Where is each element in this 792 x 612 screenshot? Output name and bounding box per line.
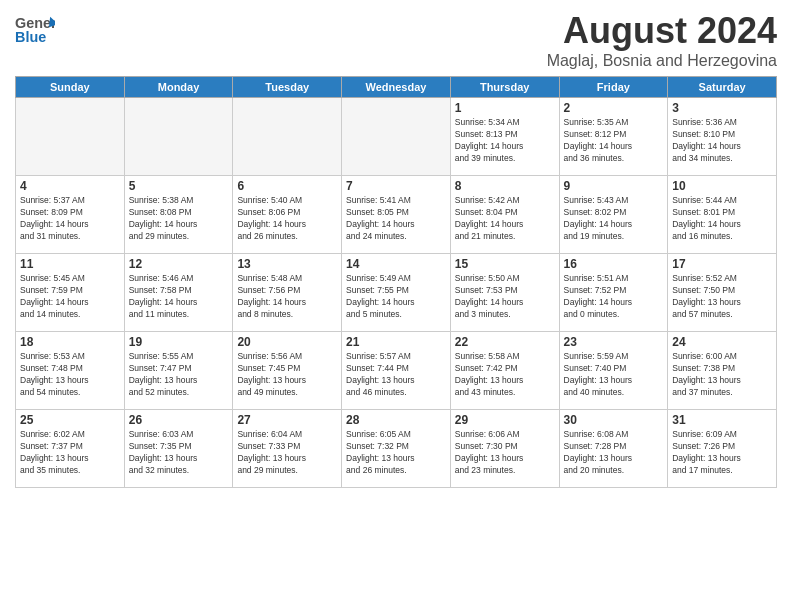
calendar-cell: 28Sunrise: 6:05 AM Sunset: 7:32 PM Dayli… (342, 410, 451, 488)
day-info: Sunrise: 5:44 AM Sunset: 8:01 PM Dayligh… (672, 195, 772, 243)
day-number: 21 (346, 335, 446, 349)
day-info: Sunrise: 5:53 AM Sunset: 7:48 PM Dayligh… (20, 351, 120, 399)
day-number: 4 (20, 179, 120, 193)
calendar-cell: 13Sunrise: 5:48 AM Sunset: 7:56 PM Dayli… (233, 254, 342, 332)
day-info: Sunrise: 5:35 AM Sunset: 8:12 PM Dayligh… (564, 117, 664, 165)
calendar-cell: 17Sunrise: 5:52 AM Sunset: 7:50 PM Dayli… (668, 254, 777, 332)
svg-text:General: General (15, 15, 55, 31)
day-info: Sunrise: 5:50 AM Sunset: 7:53 PM Dayligh… (455, 273, 555, 321)
calendar-cell: 6Sunrise: 5:40 AM Sunset: 8:06 PM Daylig… (233, 176, 342, 254)
calendar-cell: 30Sunrise: 6:08 AM Sunset: 7:28 PM Dayli… (559, 410, 668, 488)
calendar-cell: 18Sunrise: 5:53 AM Sunset: 7:48 PM Dayli… (16, 332, 125, 410)
calendar-cell: 19Sunrise: 5:55 AM Sunset: 7:47 PM Dayli… (124, 332, 233, 410)
day-number: 8 (455, 179, 555, 193)
day-info: Sunrise: 6:02 AM Sunset: 7:37 PM Dayligh… (20, 429, 120, 477)
day-info: Sunrise: 5:37 AM Sunset: 8:09 PM Dayligh… (20, 195, 120, 243)
day-number: 18 (20, 335, 120, 349)
calendar-cell: 27Sunrise: 6:04 AM Sunset: 7:33 PM Dayli… (233, 410, 342, 488)
calendar-week-2: 4Sunrise: 5:37 AM Sunset: 8:09 PM Daylig… (16, 176, 777, 254)
day-number: 10 (672, 179, 772, 193)
day-info: Sunrise: 5:59 AM Sunset: 7:40 PM Dayligh… (564, 351, 664, 399)
day-number: 27 (237, 413, 337, 427)
header: General Blue August 2024 Maglaj, Bosnia … (15, 10, 777, 70)
day-number: 13 (237, 257, 337, 271)
day-info: Sunrise: 5:41 AM Sunset: 8:05 PM Dayligh… (346, 195, 446, 243)
location: Maglaj, Bosnia and Herzegovina (547, 52, 777, 70)
day-info: Sunrise: 6:09 AM Sunset: 7:26 PM Dayligh… (672, 429, 772, 477)
day-info: Sunrise: 5:49 AM Sunset: 7:55 PM Dayligh… (346, 273, 446, 321)
day-number: 26 (129, 413, 229, 427)
day-info: Sunrise: 5:56 AM Sunset: 7:45 PM Dayligh… (237, 351, 337, 399)
calendar-cell: 4Sunrise: 5:37 AM Sunset: 8:09 PM Daylig… (16, 176, 125, 254)
col-wednesday: Wednesday (342, 77, 451, 98)
day-info: Sunrise: 5:52 AM Sunset: 7:50 PM Dayligh… (672, 273, 772, 321)
calendar-cell (233, 98, 342, 176)
day-number: 29 (455, 413, 555, 427)
day-info: Sunrise: 5:46 AM Sunset: 7:58 PM Dayligh… (129, 273, 229, 321)
day-number: 25 (20, 413, 120, 427)
day-number: 3 (672, 101, 772, 115)
logo-icon: General Blue (15, 10, 55, 50)
day-info: Sunrise: 6:08 AM Sunset: 7:28 PM Dayligh… (564, 429, 664, 477)
calendar-cell: 23Sunrise: 5:59 AM Sunset: 7:40 PM Dayli… (559, 332, 668, 410)
day-number: 14 (346, 257, 446, 271)
calendar-cell: 3Sunrise: 5:36 AM Sunset: 8:10 PM Daylig… (668, 98, 777, 176)
day-info: Sunrise: 5:38 AM Sunset: 8:08 PM Dayligh… (129, 195, 229, 243)
day-number: 12 (129, 257, 229, 271)
calendar-cell: 2Sunrise: 5:35 AM Sunset: 8:12 PM Daylig… (559, 98, 668, 176)
day-info: Sunrise: 5:55 AM Sunset: 7:47 PM Dayligh… (129, 351, 229, 399)
day-number: 2 (564, 101, 664, 115)
day-number: 6 (237, 179, 337, 193)
day-number: 31 (672, 413, 772, 427)
calendar-table: Sunday Monday Tuesday Wednesday Thursday… (15, 76, 777, 488)
day-info: Sunrise: 5:36 AM Sunset: 8:10 PM Dayligh… (672, 117, 772, 165)
calendar-cell: 29Sunrise: 6:06 AM Sunset: 7:30 PM Dayli… (450, 410, 559, 488)
calendar-cell: 21Sunrise: 5:57 AM Sunset: 7:44 PM Dayli… (342, 332, 451, 410)
calendar-cell: 7Sunrise: 5:41 AM Sunset: 8:05 PM Daylig… (342, 176, 451, 254)
calendar-cell: 22Sunrise: 5:58 AM Sunset: 7:42 PM Dayli… (450, 332, 559, 410)
day-info: Sunrise: 5:48 AM Sunset: 7:56 PM Dayligh… (237, 273, 337, 321)
day-number: 7 (346, 179, 446, 193)
calendar-cell: 24Sunrise: 6:00 AM Sunset: 7:38 PM Dayli… (668, 332, 777, 410)
calendar-cell (16, 98, 125, 176)
main-container: General Blue August 2024 Maglaj, Bosnia … (0, 0, 792, 498)
day-number: 11 (20, 257, 120, 271)
day-info: Sunrise: 5:34 AM Sunset: 8:13 PM Dayligh… (455, 117, 555, 165)
calendar-header-row: Sunday Monday Tuesday Wednesday Thursday… (16, 77, 777, 98)
day-info: Sunrise: 5:40 AM Sunset: 8:06 PM Dayligh… (237, 195, 337, 243)
day-number: 1 (455, 101, 555, 115)
calendar-body: 1Sunrise: 5:34 AM Sunset: 8:13 PM Daylig… (16, 98, 777, 488)
calendar-week-1: 1Sunrise: 5:34 AM Sunset: 8:13 PM Daylig… (16, 98, 777, 176)
day-number: 16 (564, 257, 664, 271)
col-monday: Monday (124, 77, 233, 98)
day-info: Sunrise: 5:43 AM Sunset: 8:02 PM Dayligh… (564, 195, 664, 243)
day-number: 19 (129, 335, 229, 349)
calendar-cell: 8Sunrise: 5:42 AM Sunset: 8:04 PM Daylig… (450, 176, 559, 254)
day-number: 17 (672, 257, 772, 271)
day-number: 15 (455, 257, 555, 271)
calendar-cell: 20Sunrise: 5:56 AM Sunset: 7:45 PM Dayli… (233, 332, 342, 410)
calendar-week-3: 11Sunrise: 5:45 AM Sunset: 7:59 PM Dayli… (16, 254, 777, 332)
calendar-cell: 31Sunrise: 6:09 AM Sunset: 7:26 PM Dayli… (668, 410, 777, 488)
day-number: 20 (237, 335, 337, 349)
day-info: Sunrise: 6:06 AM Sunset: 7:30 PM Dayligh… (455, 429, 555, 477)
month-year: August 2024 (547, 10, 777, 52)
day-number: 9 (564, 179, 664, 193)
day-info: Sunrise: 6:03 AM Sunset: 7:35 PM Dayligh… (129, 429, 229, 477)
calendar-cell (342, 98, 451, 176)
col-sunday: Sunday (16, 77, 125, 98)
col-tuesday: Tuesday (233, 77, 342, 98)
calendar-cell: 14Sunrise: 5:49 AM Sunset: 7:55 PM Dayli… (342, 254, 451, 332)
calendar-cell: 1Sunrise: 5:34 AM Sunset: 8:13 PM Daylig… (450, 98, 559, 176)
calendar-cell: 11Sunrise: 5:45 AM Sunset: 7:59 PM Dayli… (16, 254, 125, 332)
calendar-cell: 25Sunrise: 6:02 AM Sunset: 7:37 PM Dayli… (16, 410, 125, 488)
day-number: 28 (346, 413, 446, 427)
day-number: 5 (129, 179, 229, 193)
day-number: 23 (564, 335, 664, 349)
day-info: Sunrise: 6:00 AM Sunset: 7:38 PM Dayligh… (672, 351, 772, 399)
logo: General Blue (15, 10, 55, 50)
col-thursday: Thursday (450, 77, 559, 98)
day-info: Sunrise: 5:51 AM Sunset: 7:52 PM Dayligh… (564, 273, 664, 321)
day-number: 30 (564, 413, 664, 427)
day-number: 24 (672, 335, 772, 349)
